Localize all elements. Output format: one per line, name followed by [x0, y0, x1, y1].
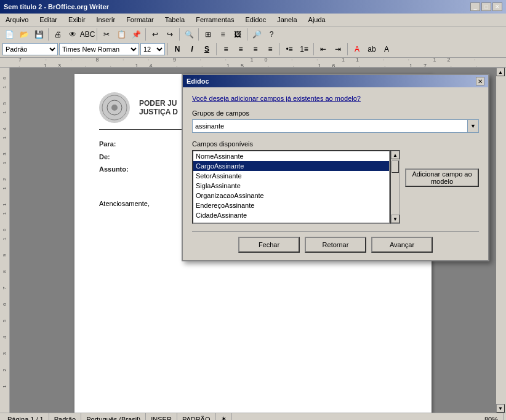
- dialog-close-button[interactable]: ✕: [476, 77, 484, 85]
- status-page: Página 1 / 1: [2, 413, 49, 420]
- columns-button[interactable]: ≡: [216, 28, 230, 41]
- separator-5: [198, 28, 199, 41]
- maximize-button[interactable]: □: [481, 2, 491, 11]
- numbering-button[interactable]: 1≡: [297, 42, 311, 56]
- copy-button[interactable]: 📋: [114, 28, 128, 41]
- left-ruler: 1 2 3 4 5 6 7 8 9 10 11 12 13 14 15 16: [0, 68, 10, 413]
- menu-formatar[interactable]: Formatar: [123, 15, 157, 25]
- menu-arquivo[interactable]: Arquivo: [2, 15, 31, 25]
- separator-6: [247, 28, 247, 41]
- open-button[interactable]: 📂: [17, 28, 31, 41]
- bullets-button[interactable]: •≡: [283, 42, 296, 56]
- italic-button[interactable]: I: [185, 42, 199, 56]
- table-button[interactable]: ⊞: [201, 28, 215, 41]
- separator-1: [48, 28, 49, 41]
- field-item-org[interactable]: OrganizacaoAssinante: [193, 191, 389, 200]
- cut-button[interactable]: ✂: [100, 28, 113, 41]
- size-select[interactable]: 12: [140, 43, 165, 55]
- next-button[interactable]: Avançar: [371, 237, 433, 253]
- close-dialog-button[interactable]: Fechar: [238, 237, 300, 253]
- align-left-button[interactable]: ≡: [219, 42, 233, 56]
- status-star: ✶: [216, 413, 232, 420]
- indent-button[interactable]: ⇥: [331, 42, 345, 56]
- zoom-button[interactable]: 🔎: [250, 28, 263, 41]
- menu-tabela[interactable]: Tabela: [162, 15, 188, 25]
- add-field-button[interactable]: Adicionar campo ao modelo: [405, 168, 479, 187]
- field-item-nome[interactable]: NomeAssinante: [193, 151, 389, 161]
- ruler: · 1 · · 2 · · 3 · · 4 · · 5 · · 6 · · 7 …: [0, 58, 506, 68]
- menu-ajuda[interactable]: Ajuda: [305, 15, 329, 25]
- status-mode2[interactable]: PADRÃO: [177, 413, 216, 420]
- edidoc-dialog[interactable]: Edidoc ✕ Você deseja adicionar campos já…: [182, 74, 489, 261]
- redo-button[interactable]: ↪: [163, 28, 177, 41]
- back-button[interactable]: Retornar: [305, 237, 366, 253]
- dialog-title-bar: Edidoc ✕: [183, 75, 488, 87]
- underline-button[interactable]: S: [200, 42, 214, 56]
- right-scrollbar[interactable]: ▲ ▼: [496, 68, 506, 413]
- menu-janela[interactable]: Janela: [274, 15, 300, 25]
- char-color-button[interactable]: A: [380, 42, 393, 56]
- font-select[interactable]: Times New Roman: [59, 43, 139, 55]
- field-item-end[interactable]: EndereçoAssinante: [193, 200, 389, 210]
- spellcheck-button[interactable]: ABC: [81, 28, 94, 41]
- highlight-button[interactable]: ab: [365, 42, 379, 56]
- print-button[interactable]: 🖨: [51, 28, 65, 41]
- field-item-cidade[interactable]: CidadeAssinante: [193, 210, 389, 220]
- fields-listbox[interactable]: NomeAssinante CargoAssinante SetorAssina…: [192, 150, 390, 224]
- fields-label: Campos disponíveis: [192, 140, 479, 148]
- scroll-up-button[interactable]: ▲: [496, 68, 505, 76]
- font-color-button[interactable]: A: [350, 42, 364, 56]
- org-logo: [99, 92, 130, 123]
- title-bar: Sem titulo 2 - BrOffice.org Writer _ □ ✕: [0, 0, 506, 14]
- status-zoom[interactable]: 80%: [480, 413, 504, 420]
- outdent-button[interactable]: ⇤: [316, 42, 330, 56]
- menu-exibir[interactable]: Exibir: [65, 15, 89, 25]
- find-button[interactable]: 🔍: [182, 28, 196, 41]
- menu-editar[interactable]: Editar: [36, 15, 60, 25]
- align-justify-button[interactable]: ≡: [263, 42, 277, 56]
- groups-select-arrow[interactable]: ▼: [468, 119, 479, 133]
- toolbar-row-2: Padrão Times New Roman 12 N I S ≡ ≡ ≡ ≡ …: [2, 42, 504, 56]
- separator-9: [279, 43, 280, 55]
- bold-button[interactable]: N: [171, 42, 184, 56]
- separator-3: [145, 28, 146, 41]
- paste-button[interactable]: 📌: [129, 28, 143, 41]
- toolbar-row-1: 📄 📂 💾 🖨 👁 ABC ✂ 📋 📌 ↩ ↪ 🔍 ⊞ ≡ 🖼 🔎 ?: [2, 28, 504, 41]
- status-language: Português (Brasil): [81, 413, 146, 420]
- new-button[interactable]: 📄: [2, 28, 16, 41]
- scroll-down-button[interactable]: ▼: [496, 404, 505, 413]
- undo-button[interactable]: ↩: [148, 28, 162, 41]
- minimize-button[interactable]: _: [470, 2, 480, 11]
- align-center-button[interactable]: ≡: [234, 42, 247, 56]
- window-title: Sem titulo 2 - BrOffice.org Writer: [4, 3, 109, 10]
- groups-select[interactable]: assinante: [192, 119, 468, 133]
- menu-edidoc[interactable]: Edidoc: [243, 15, 270, 25]
- style-select[interactable]: Padrão: [2, 43, 58, 55]
- dialog-fields-area: NomeAssinante CargoAssinante SetorAssina…: [192, 150, 479, 224]
- help-button[interactable]: ?: [265, 28, 278, 41]
- field-item-setor[interactable]: SetorAssinante: [193, 171, 389, 181]
- menu-inserir[interactable]: Inserir: [94, 15, 119, 25]
- fields-scroll-up[interactable]: ▲: [391, 151, 400, 159]
- align-right-button[interactable]: ≡: [249, 42, 262, 56]
- svg-point-2: [111, 105, 118, 111]
- status-style: Padrão: [49, 413, 81, 420]
- close-button[interactable]: ✕: [492, 2, 502, 11]
- fields-scroll-thumb[interactable]: [392, 160, 399, 173]
- separator-7: [167, 43, 168, 55]
- image-button[interactable]: 🖼: [231, 28, 244, 41]
- separator-4: [179, 28, 180, 41]
- menu-ferramentas[interactable]: Ferramentas: [193, 15, 237, 25]
- field-item-sigla[interactable]: SiglaAssinante: [193, 181, 389, 191]
- fields-list-container: NomeAssinante CargoAssinante SetorAssina…: [192, 150, 400, 224]
- save-button[interactable]: 💾: [32, 28, 46, 41]
- field-item-uf[interactable]: UFAssinante: [193, 220, 389, 224]
- fields-scroll-down[interactable]: ▼: [391, 215, 400, 223]
- field-item-cargo[interactable]: CargoAssinante: [193, 161, 389, 171]
- separator-8: [216, 43, 217, 55]
- status-insert-mode[interactable]: INSER: [146, 413, 177, 420]
- groups-label: Grupos de campos: [192, 109, 479, 117]
- window-controls[interactable]: _ □ ✕: [470, 2, 502, 11]
- preview-button[interactable]: 👁: [66, 28, 79, 41]
- fields-scrollbar[interactable]: ▲ ▼: [390, 150, 400, 224]
